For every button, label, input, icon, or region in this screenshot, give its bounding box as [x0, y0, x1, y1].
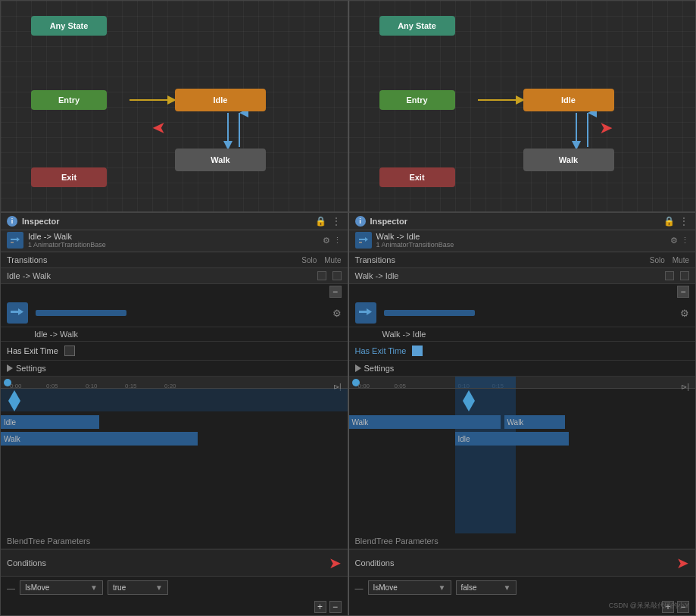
- right-ruler-highlight: [455, 377, 516, 388]
- right-inspector-header: i Inspector 🔒 ⋮: [349, 213, 696, 230]
- right-inspector-header-left: i Inspector: [355, 216, 408, 227]
- left-red-arrow: ➤: [152, 118, 166, 138]
- right-solo-checkbox[interactable]: [665, 271, 674, 280]
- left-transition-sub: 1 AnimatorTransitionBase: [28, 241, 106, 249]
- left-menu-icon[interactable]: ⋮: [331, 216, 342, 227]
- left-blend-tree-label: BlendTree Parameters: [1, 533, 348, 549]
- left-transitions-header: Transitions Solo Mute: [1, 252, 348, 268]
- right-inspector-title: Inspector: [370, 217, 408, 226]
- left-solo-checkbox[interactable]: [317, 271, 326, 280]
- left-conditions-header: Conditions ➤: [1, 550, 348, 577]
- right-condition-value: false: [461, 583, 477, 592]
- right-transition-name-block: Walk -> Idle 1 AnimatorTransitionBase: [376, 232, 454, 249]
- right-section-right: Solo Mute: [650, 256, 689, 264]
- walk-node[interactable]: Walk: [175, 149, 266, 171]
- left-sub-menu-icon[interactable]: ⋮: [333, 236, 342, 245]
- right-transitions-header: Transitions Solo Mute: [349, 252, 696, 268]
- left-inspector-header: i Inspector 🔒 ⋮: [1, 213, 348, 230]
- left-gear-icon[interactable]: ⚙: [332, 308, 342, 319]
- right-timeline-tracks: Walk Walk Idle: [349, 389, 696, 533]
- left-adjust-icon[interactable]: ⚙: [323, 236, 330, 245]
- right-walk-label-1: Walk: [352, 418, 369, 427]
- left-header-btns[interactable]: ⚙ ⋮: [323, 236, 342, 245]
- right-blend-overlay: [455, 415, 516, 446]
- idle-node[interactable]: Idle: [175, 89, 266, 111]
- right-conditions-row[interactable]: — IsMove ▼ false ▼: [349, 577, 696, 599]
- right-red-arrow: ➤: [599, 118, 613, 138]
- right-gear-icon[interactable]: ⚙: [680, 308, 689, 319]
- left-inspector-header-right[interactable]: 🔒 ⋮: [316, 216, 342, 227]
- left-plus-minus-row[interactable]: + −: [1, 599, 348, 615]
- svg-rect-6: [11, 239, 17, 240]
- left-minus-cond-btn[interactable]: −: [329, 601, 342, 613]
- any-state-node[interactable]: Any State: [31, 16, 107, 36]
- left-checkboxes[interactable]: [317, 271, 342, 280]
- right-header-btns[interactable]: ⚙ ⋮: [670, 236, 689, 245]
- left-condition-param: IsMove: [25, 583, 49, 592]
- right-any-state-node[interactable]: Any State: [379, 16, 455, 36]
- svg-rect-9: [11, 311, 18, 313]
- right-blend-tree-label: BlendTree Parameters: [349, 533, 696, 549]
- right-dropdown-arrow: ▼: [439, 583, 446, 592]
- left-has-exit-row[interactable]: Has Exit Time: [1, 342, 348, 361]
- right-adjust-icon[interactable]: ⚙: [670, 236, 678, 245]
- exit-node[interactable]: Exit: [31, 167, 107, 187]
- left-blue-bar: [1, 389, 348, 411]
- left-conditions-row[interactable]: — IsMove ▼ true ▼: [1, 577, 348, 599]
- left-condition-param-dropdown[interactable]: IsMove ▼: [20, 580, 103, 595]
- right-exit-node[interactable]: Exit: [379, 167, 455, 187]
- left-timeline: 0:00 0:05 0:10 0:15 0:20 ⊳| Idle: [1, 377, 348, 533]
- left-tri-up: [8, 390, 20, 401]
- right-has-exit-checkbox[interactable]: [412, 346, 423, 356]
- right-animator-panel: Any State Entry Idle Walk Exit ➤: [348, 0, 697, 212]
- right-tri-down: [463, 401, 475, 411]
- left-transitions-label: Transitions: [7, 255, 47, 264]
- right-transition-icon: [355, 232, 372, 249]
- right-transition-sub: 1 AnimatorTransitionBase: [376, 241, 454, 249]
- right-inspector-header-right[interactable]: 🔒 ⋮: [663, 216, 689, 227]
- left-lock-icon[interactable]: 🔒: [316, 216, 326, 227]
- right-settings-label: Settings: [364, 364, 395, 373]
- left-conditions-red-arrow: ➤: [329, 554, 342, 572]
- left-inspector-panel: i Inspector 🔒 ⋮ Idle -> Walk 1 AnimatorT…: [0, 212, 348, 616]
- left-transition-bar: [36, 310, 126, 316]
- left-transition-row[interactable]: Idle -> Walk: [1, 268, 348, 284]
- right-has-exit-row[interactable]: Has Exit Time: [349, 342, 696, 361]
- left-minus-btn[interactable]: −: [329, 286, 342, 298]
- right-entry-node[interactable]: Entry: [379, 90, 455, 110]
- right-transition-row[interactable]: Walk -> Idle: [349, 268, 696, 284]
- right-condition-dash: —: [355, 583, 364, 593]
- left-transition-detail-icon: [7, 302, 28, 324]
- right-minus-btn[interactable]: −: [677, 286, 689, 298]
- right-idle-node[interactable]: Idle: [523, 89, 614, 111]
- left-condition-value: true: [113, 583, 126, 592]
- left-plus-btn[interactable]: +: [314, 601, 326, 613]
- right-walk-node[interactable]: Walk: [523, 149, 614, 171]
- left-value-dropdown-arrow: ▼: [155, 583, 163, 592]
- left-transition-icon: [7, 232, 23, 249]
- right-checkboxes[interactable]: [665, 271, 689, 280]
- right-condition-param: IsMove: [373, 583, 398, 592]
- right-transition-name: Walk -> Idle: [376, 232, 454, 241]
- left-transition-name-block: Idle -> Walk 1 AnimatorTransitionBase: [28, 232, 106, 249]
- left-settings-row[interactable]: Settings: [1, 361, 348, 377]
- right-menu-icon[interactable]: ⋮: [679, 216, 689, 227]
- right-sub-menu-icon[interactable]: ⋮: [681, 236, 689, 245]
- right-mute-checkbox[interactable]: [680, 271, 689, 280]
- left-condition-value-dropdown[interactable]: true ▼: [108, 580, 168, 595]
- right-condition-param-dropdown[interactable]: IsMove ▼: [368, 580, 451, 595]
- svg-marker-10: [18, 308, 23, 315]
- right-lock-icon[interactable]: 🔒: [663, 216, 674, 227]
- right-conditions-red-arrow: ➤: [676, 554, 689, 572]
- left-inspector-title: Inspector: [22, 217, 60, 226]
- right-conditions-label: Conditions: [355, 558, 395, 568]
- right-transitions-label: Transitions: [355, 255, 395, 264]
- left-tri-down: [8, 401, 20, 411]
- left-mute-checkbox[interactable]: [332, 271, 342, 280]
- right-condition-value-dropdown[interactable]: false ▼: [456, 580, 517, 595]
- right-value-dropdown-arrow: ▼: [504, 583, 511, 592]
- right-settings-row[interactable]: Settings: [349, 361, 696, 377]
- right-inspector-sub: Walk -> Idle 1 AnimatorTransitionBase ⚙ …: [349, 230, 696, 252]
- entry-node[interactable]: Entry: [31, 90, 107, 110]
- left-has-exit-checkbox[interactable]: [64, 346, 75, 356]
